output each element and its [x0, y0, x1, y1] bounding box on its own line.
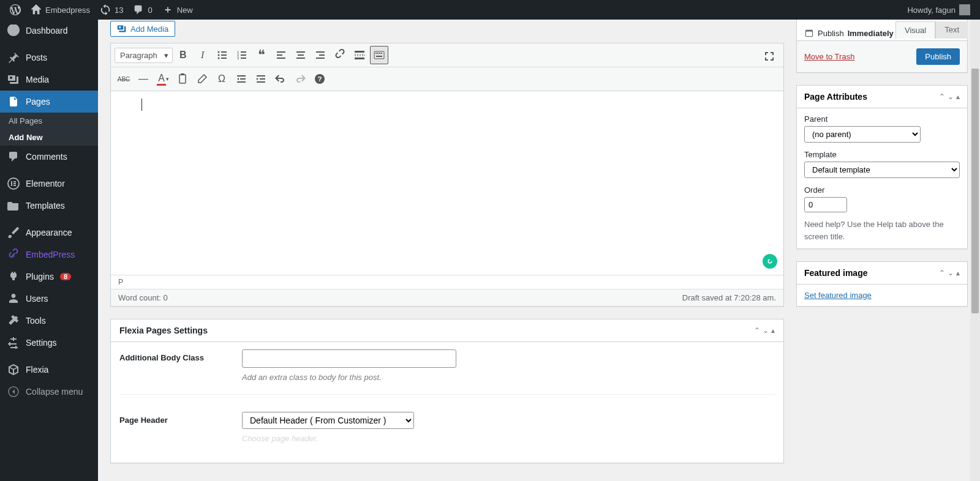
hr-button[interactable]: —: [134, 70, 153, 88]
sidebar-sub-add-new[interactable]: Add New: [0, 129, 98, 146]
sidebar-item-flexia[interactable]: Flexia: [0, 359, 98, 381]
number-list-button[interactable]: 123: [233, 46, 251, 64]
attrs-help-text: Need help? Use the Help tab above the sc…: [804, 218, 960, 242]
avatar: [959, 4, 970, 15]
wordpress-icon: [10, 4, 21, 15]
align-center-button[interactable]: [292, 46, 310, 64]
sidebar-item-elementor[interactable]: Elementor: [0, 173, 98, 195]
sidebar-item-users[interactable]: Users: [0, 288, 98, 310]
tab-text[interactable]: Text: [935, 21, 968, 39]
featured-down-icon[interactable]: ⌄: [948, 269, 954, 277]
indent-button[interactable]: [252, 70, 270, 88]
attrs-caret-icon[interactable]: ▴: [956, 92, 960, 101]
redo-icon: [294, 73, 306, 85]
svg-rect-11: [241, 54, 246, 56]
quote-button[interactable]: ❝: [252, 46, 271, 64]
undo-button[interactable]: [271, 70, 290, 88]
set-featured-link[interactable]: Set featured image: [804, 291, 872, 300]
svg-rect-32: [179, 75, 186, 83]
grammarly-icon[interactable]: [763, 254, 777, 269]
sidebar-sub-all-pages[interactable]: All Pages: [0, 113, 98, 129]
bullet-list-button[interactable]: [213, 46, 232, 64]
order-input[interactable]: [804, 197, 847, 212]
flexia-down-icon[interactable]: ⌄: [763, 326, 769, 335]
link-button[interactable]: [331, 46, 349, 64]
featured-up-icon[interactable]: ⌃: [939, 269, 945, 277]
readmore-button[interactable]: [350, 46, 369, 64]
attrs-down-icon[interactable]: ⌄: [948, 92, 954, 101]
parent-select[interactable]: (no parent): [804, 126, 921, 143]
parent-label: Parent: [804, 114, 960, 124]
align-left-button[interactable]: [272, 46, 290, 64]
page-scrollbar[interactable]: [970, 20, 980, 481]
align-right-icon: [314, 49, 326, 61]
help-button[interactable]: ?: [311, 70, 329, 88]
comments-link[interactable]: 0: [128, 0, 157, 20]
svg-rect-20: [316, 51, 325, 53]
page-header-select[interactable]: Default Header ( From Customizer ): [242, 412, 414, 429]
flexia-caret-icon[interactable]: ▴: [771, 326, 775, 335]
sidebar-item-plugins[interactable]: Plugins 8: [0, 266, 98, 288]
new-link[interactable]: New: [157, 0, 198, 20]
attrs-up-icon[interactable]: ⌃: [939, 92, 945, 101]
sidebar-item-posts[interactable]: Posts: [0, 47, 98, 69]
pin-icon: [7, 51, 20, 64]
template-select[interactable]: Default template: [804, 162, 960, 178]
featured-image-metabox: Featured image ⌃ ⌄ ▴ Set featured image: [796, 261, 968, 307]
site-link[interactable]: Embedpress: [26, 0, 95, 20]
sidebar-item-dashboard[interactable]: Dashboard: [0, 20, 98, 42]
bold-button[interactable]: B: [174, 46, 192, 64]
comment-icon: [7, 151, 20, 163]
paste-button[interactable]: [173, 70, 192, 88]
body-class-input[interactable]: [242, 349, 456, 368]
svg-rect-26: [374, 51, 384, 59]
svg-rect-43: [805, 30, 812, 31]
text-cursor: [141, 99, 142, 111]
special-char-button[interactable]: Ω: [213, 70, 231, 88]
format-select[interactable]: Paragraph: [115, 48, 173, 63]
italic-button[interactable]: I: [194, 46, 212, 64]
flexia-icon: [7, 364, 20, 376]
clipboard-icon: [176, 73, 189, 85]
outdent-button[interactable]: [232, 70, 251, 88]
sidebar-item-tools[interactable]: Tools: [0, 310, 98, 332]
svg-text:3: 3: [237, 56, 239, 60]
clear-format-button[interactable]: [193, 70, 211, 88]
flexia-up-icon[interactable]: ⌃: [754, 326, 760, 335]
add-media-button[interactable]: Add Media: [110, 21, 175, 37]
sidebar-item-comments[interactable]: Comments: [0, 146, 98, 168]
fullscreen-button[interactable]: [760, 47, 778, 65]
updates-link[interactable]: 13: [95, 0, 128, 20]
tab-visual[interactable]: Visual: [895, 21, 935, 39]
comments-count: 0: [148, 6, 152, 15]
sidebar-item-templates[interactable]: Templates: [0, 195, 98, 217]
svg-rect-17: [296, 51, 305, 53]
move-to-trash-link[interactable]: Move to Trash: [804, 52, 854, 61]
sidebar-item-media[interactable]: Media: [0, 69, 98, 91]
wrench-icon: [7, 315, 20, 327]
svg-rect-31: [376, 56, 382, 57]
sidebar-item-appearance[interactable]: Appearance: [0, 222, 98, 244]
svg-point-2: [217, 51, 219, 53]
svg-rect-33: [181, 73, 184, 75]
sidebar-item-settings[interactable]: Settings: [0, 332, 98, 354]
sidebar-item-embedpress[interactable]: EmbedPress: [0, 244, 98, 266]
textcolor-button[interactable]: A ▾: [154, 70, 172, 88]
strikethrough-button[interactable]: ABC: [115, 70, 133, 88]
indent-icon: [255, 73, 267, 85]
sidebar-item-pages[interactable]: Pages: [0, 91, 98, 113]
featured-caret-icon[interactable]: ▴: [956, 269, 960, 277]
svg-rect-5: [221, 54, 227, 56]
publish-button[interactable]: Publish: [916, 48, 960, 65]
redo-button[interactable]: [291, 70, 309, 88]
user-menu[interactable]: Howdy, fagun: [902, 0, 975, 20]
template-label: Template: [804, 150, 960, 159]
toolbar-toggle-button[interactable]: [370, 46, 388, 64]
editor-content[interactable]: [111, 91, 783, 275]
scrollbar-thumb[interactable]: [971, 69, 979, 313]
wp-logo[interactable]: [5, 0, 26, 20]
site-name: Embedpress: [45, 6, 90, 15]
align-right-button[interactable]: [311, 46, 330, 64]
media-icon: [7, 73, 20, 86]
collapse-menu[interactable]: Collapse menu: [0, 381, 98, 403]
